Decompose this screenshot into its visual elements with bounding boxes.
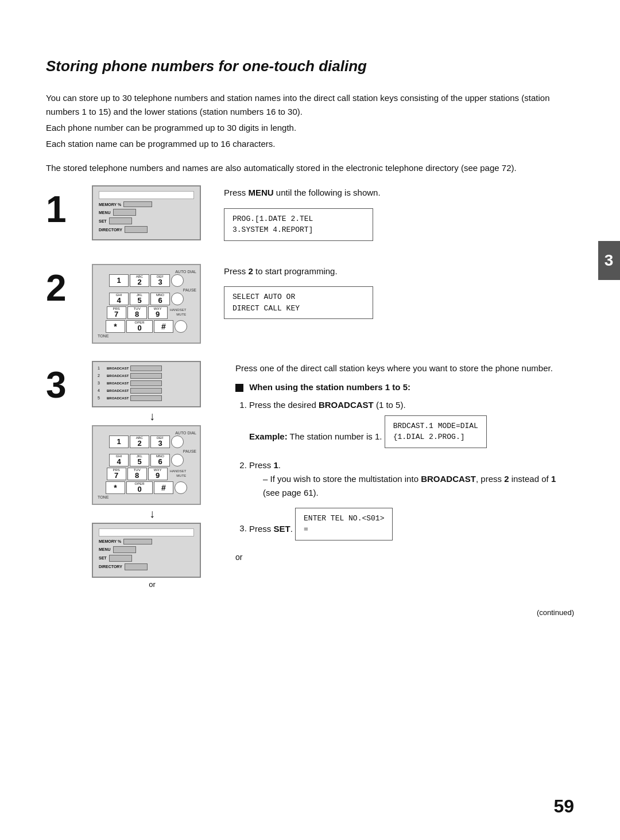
or-label: or bbox=[92, 580, 212, 589]
key-8: TUV8 bbox=[127, 306, 147, 319]
key-hash: # bbox=[154, 320, 173, 333]
step-3-content: Press one of the direct call station key… bbox=[224, 361, 574, 565]
step3-key-9: WXY9 bbox=[148, 468, 168, 480]
bullet-square-icon bbox=[235, 384, 243, 392]
step-2-section: 2 AUTO DIAL 1 ABC2 DEF3 PAUSE GHI4 JKL5 … bbox=[46, 264, 574, 344]
key-7: PRS7 bbox=[107, 306, 126, 319]
broadcast-row-2: 2 BROADCAST bbox=[98, 373, 195, 379]
sub-step-1: Press the desired BROADCAST (1 to 5). Ex… bbox=[249, 398, 574, 454]
continued-text: (continued) bbox=[46, 608, 574, 617]
step3-key-8: TUV8 bbox=[127, 468, 147, 480]
broadcast-device: 1 BROADCAST 2 BROADCAST 3 BROADCAST 4 BR… bbox=[92, 361, 201, 407]
key-5: JKL5 bbox=[130, 293, 149, 305]
intro-para-3: Each station name can be programmed up t… bbox=[46, 137, 574, 151]
step-2-content: Press 2 to start programming. SELECT AUT… bbox=[212, 264, 574, 325]
key-1: 1 bbox=[109, 274, 129, 287]
step-2-display: SELECT AUTO ORDIRECT CALL KEY bbox=[224, 286, 373, 319]
broadcast-btn-1 bbox=[130, 365, 162, 371]
key-star: * bbox=[106, 320, 125, 333]
key-6: MNO6 bbox=[150, 293, 170, 305]
intro-para-4: The stored telephone numbers and names a… bbox=[46, 161, 574, 175]
sub-step-3-display: ENTER TEL NO.<S01>= bbox=[295, 508, 393, 540]
step-2-instruction: Press 2 to start programming. bbox=[224, 264, 574, 279]
step-3-menu-device: MEMORY % MENU SET DIRECTORY bbox=[92, 523, 201, 578]
key-auto-dial bbox=[171, 274, 184, 287]
device-screen-line bbox=[99, 191, 194, 199]
step-2-number: 2 bbox=[46, 270, 80, 306]
step3-device-set-btn: SET bbox=[99, 555, 194, 562]
dash-item: If you wish to store the multistation in… bbox=[249, 472, 574, 500]
arrow-down-2: ↓ bbox=[92, 507, 212, 520]
step3-key-hash: # bbox=[154, 481, 173, 494]
step3-key-2: ABC2 bbox=[130, 435, 149, 448]
auto-dial-label: AUTO DIAL bbox=[96, 270, 196, 274]
sub-steps-list: Press the desired BROADCAST (1 to 5). Ex… bbox=[235, 398, 574, 546]
step-1-section: 1 MEMORY % MENU SET DIRECTORY Press MENU… bbox=[46, 185, 574, 247]
bullet-heading: When using the station numbers 1 to 5: bbox=[235, 380, 574, 395]
step3-key-7: PRS7 bbox=[107, 468, 126, 480]
step3-device-menu-btn: MENU bbox=[99, 546, 194, 553]
step-1-device: MEMORY % MENU SET DIRECTORY bbox=[92, 185, 201, 240]
intro-para-2: Each phone number can be programmed up t… bbox=[46, 121, 574, 135]
step-3-keypad: AUTO DIAL 1 ABC2 DEF3 PAUSE GHI4 JKL5 MN… bbox=[92, 425, 201, 505]
step-1-display: PROG.[1.DATE 2.TEL3.SYSTEM 4.REPORT] bbox=[224, 208, 373, 241]
step-2-device: AUTO DIAL 1 ABC2 DEF3 PAUSE GHI4 JKL5 MN… bbox=[92, 264, 201, 344]
tone-label: TONE bbox=[96, 334, 196, 338]
step3-key-5: JKL5 bbox=[130, 454, 149, 466]
device-directory-btn: DIRECTORY bbox=[99, 226, 194, 233]
intro-section: You can store up to 30 telephone numbers… bbox=[46, 91, 574, 151]
keypad-row-1: 1 ABC2 DEF3 bbox=[96, 274, 196, 287]
step-3-number: 3 bbox=[46, 367, 80, 403]
key-4: GHI4 bbox=[109, 293, 129, 305]
broadcast-btn-2 bbox=[130, 373, 162, 379]
key-3: DEF3 bbox=[150, 274, 170, 287]
broadcast-row-1: 1 BROADCAST bbox=[98, 365, 195, 371]
device-memory-btn: MEMORY % bbox=[99, 201, 194, 207]
device-menu-btn: MENU bbox=[99, 209, 194, 216]
keypad-row-3: PRS7 TUV8 WXY9 HANDSETMUTE bbox=[96, 306, 196, 319]
pause-label: PAUSE bbox=[96, 288, 196, 292]
bullet-section: When using the station numbers 1 to 5: P… bbox=[235, 380, 574, 546]
step3-key-1: 1 bbox=[109, 435, 129, 448]
page-title: Storing phone numbers for one-touch dial… bbox=[46, 57, 574, 75]
broadcast-row-3: 3 BROADCAST bbox=[98, 380, 195, 386]
intro-para-1: You can store up to 30 telephone numbers… bbox=[46, 91, 574, 119]
sub-step-2: Press 1. If you wish to store the multis… bbox=[249, 458, 574, 500]
sub-step-1-display: BRDCAST.1 MODE=DIAL{1.DIAL 2.PROG.] bbox=[385, 415, 487, 448]
bottom-or: or bbox=[235, 551, 574, 565]
broadcast-row-5: 5 BROADCAST bbox=[98, 395, 195, 401]
key-pause bbox=[171, 293, 184, 305]
step-1-content: Press MENU until the following is shown.… bbox=[212, 185, 574, 247]
device-set-btn: SET bbox=[99, 217, 194, 224]
keypad-row-2: GHI4 JKL5 MNO6 bbox=[96, 293, 196, 305]
page-number: 59 bbox=[553, 796, 574, 817]
key-2: ABC2 bbox=[130, 274, 149, 287]
step3-key-star: * bbox=[106, 481, 125, 494]
step-3-instruction: Press one of the direct call station key… bbox=[235, 361, 574, 376]
step3-key-6: MNO6 bbox=[150, 454, 170, 466]
key-0: OPER0 bbox=[126, 320, 153, 333]
step-1-instruction: Press MENU until the following is shown. bbox=[224, 185, 574, 200]
step-3-images: 1 BROADCAST 2 BROADCAST 3 BROADCAST 4 BR… bbox=[92, 361, 212, 591]
step3-key-0: OPER0 bbox=[126, 481, 153, 494]
chapter-tab-number: 3 bbox=[604, 251, 614, 269]
broadcast-row-4: 4 BROADCAST bbox=[98, 388, 195, 394]
step3-key-3: DEF3 bbox=[150, 435, 170, 448]
arrow-down-1: ↓ bbox=[92, 410, 212, 423]
step3-device-directory-btn: DIRECTORY bbox=[99, 563, 194, 570]
step3-key-4: GHI4 bbox=[109, 454, 129, 466]
broadcast-btn-5 bbox=[130, 395, 162, 401]
device-screen-line-2 bbox=[99, 528, 194, 536]
broadcast-btn-3 bbox=[130, 380, 162, 386]
handset-mute-label: HANDSETMUTE bbox=[170, 308, 187, 316]
key-9: WXY9 bbox=[148, 306, 168, 319]
step-3-section: 3 1 BROADCAST 2 BROADCAST 3 BROADCAST 4 … bbox=[46, 361, 574, 591]
chapter-tab: 3 bbox=[598, 241, 620, 280]
key-mute bbox=[175, 320, 187, 333]
sub-step-3: Press SET. ENTER TEL NO.<S01>= bbox=[249, 504, 574, 546]
broadcast-btn-4 bbox=[130, 388, 162, 394]
step-1-number: 1 bbox=[46, 191, 80, 228]
step3-device-memory-btn: MEMORY % bbox=[99, 539, 194, 545]
keypad-row-4: * OPER0 # bbox=[96, 320, 196, 333]
